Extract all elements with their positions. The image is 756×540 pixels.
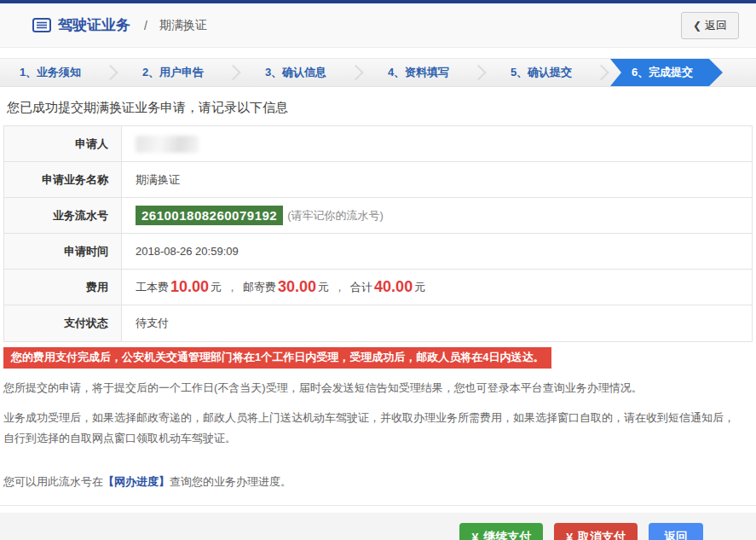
continue-payment-label: 继续支付 — [483, 530, 531, 540]
table-row-apply-time: 申请时间 2018-08-26 20:59:09 — [4, 234, 752, 270]
fee-unit: 元 — [211, 280, 222, 295]
breadcrumb-separator: / — [144, 19, 147, 32]
apply-time-value: 2018-08-26 20:59:09 — [122, 234, 752, 269]
back-button-label: 返回 — [705, 18, 727, 33]
payment-status-label: 支付状态 — [4, 305, 122, 341]
step-wizard-bar: 1、业务须知 2、用户申告 3、确认信息 4、资料填写 5、确认提交 6、完成提… — [0, 58, 756, 87]
fee-separator: ， — [227, 280, 238, 295]
serial-number-badge: 261001808260079192 — [136, 206, 283, 225]
table-row-business-name: 申请业务名称 期满换证 — [4, 162, 752, 198]
cancel-payment-button[interactable]: ¥ 取消支付 — [554, 523, 638, 540]
progress-link-text: 【网办进度】 — [103, 475, 170, 488]
form-list-icon — [32, 18, 51, 32]
table-row-serial-number: 业务流水号 261001808260079192 (请牢记你的流水号) — [4, 198, 752, 234]
step-4-fill-data[interactable]: 4、资料填写 — [368, 59, 469, 86]
application-info-table: 申请人 申请业务名称 期满换证 业务流水号 261001808260079192… — [3, 125, 753, 342]
continue-payment-button[interactable]: ¥ 继续支付 — [459, 523, 543, 540]
payment-notice-banner: 您的费用支付完成后，公安机关交通管理部门将在1个工作日内受理，受理成功后，邮政人… — [3, 347, 551, 369]
fee-unit: 元 — [318, 280, 329, 295]
footer-back-label: 返回 — [664, 530, 688, 540]
notice-paragraph-2: 业务成功受理后，如果选择邮政寄递的，邮政人员将上门送达机动车驾驶证，并收取办理业… — [3, 408, 736, 449]
notice-paragraph-1: 您所提交的申请，将于提交后的一个工作日(不含当天)受理，届时会发送短信告知受理结… — [3, 378, 736, 398]
step-5-confirm-submit[interactable]: 5、确认提交 — [491, 59, 592, 86]
progress-hint-prefix: 您可以用此流水号在 — [3, 475, 103, 488]
yen-icon: ¥ — [566, 531, 573, 540]
step-separator-chevron-icon — [592, 59, 614, 86]
step-separator-chevron-icon — [101, 59, 123, 86]
fee-item2-label: 邮寄费 — [243, 280, 276, 295]
progress-hint-suffix: 查询您的业务办理进度。 — [170, 475, 291, 488]
serial-number-label: 业务流水号 — [4, 198, 122, 233]
chevron-left-icon: ❮ — [693, 20, 701, 32]
step-separator-chevron-icon — [223, 59, 245, 86]
step-separator-chevron-icon — [469, 59, 491, 86]
table-row-applicant: 申请人 — [4, 126, 752, 162]
fee-item1-label: 工本费 — [136, 280, 169, 295]
applicant-label: 申请人 — [4, 126, 122, 161]
fee-unit: 元 — [414, 280, 425, 295]
business-name-label: 申请业务名称 — [4, 162, 122, 197]
payment-status-value: 待支付 — [122, 305, 752, 341]
step-3-confirm-info[interactable]: 3、确认信息 — [245, 59, 346, 86]
fee-total-label: 合计 — [350, 280, 372, 295]
footer-action-bar: ¥ 继续支付 ¥ 取消支付 返回 — [0, 513, 756, 540]
applicant-name-redacted — [136, 136, 199, 153]
table-row-payment-status: 支付状态 待支付 — [4, 305, 752, 341]
serial-number-note: (请牢记你的流水号) — [287, 208, 384, 224]
business-name-value: 期满换证 — [122, 162, 752, 197]
fee-total-amount: 40.00 — [374, 278, 413, 296]
step-2-declaration[interactable]: 2、用户申告 — [123, 59, 223, 86]
cancel-payment-label: 取消支付 — [578, 530, 626, 540]
apply-time-label: 申请时间 — [4, 234, 122, 269]
success-message: 您已成功提交期满换证业务申请，请记录以下信息 — [0, 87, 756, 125]
page-header: 驾驶证业务 / 期满换证 ❮ 返回 — [0, 3, 756, 48]
fee-item2-amount: 30.00 — [278, 278, 316, 296]
table-row-fee: 费用 工本费 10.00 元 ， 邮寄费 30.00 元 ， 合计 40.00 … — [4, 270, 752, 305]
fee-label: 费用 — [4, 270, 122, 305]
fee-value: 工本费 10.00 元 ， 邮寄费 30.00 元 ， 合计 40.00 元 — [122, 270, 752, 305]
step-separator-chevron-icon — [346, 59, 368, 86]
footer-divider — [0, 505, 756, 506]
breadcrumb-current: 期满换证 — [159, 18, 207, 33]
header-back-button[interactable]: ❮ 返回 — [681, 12, 739, 39]
footer-back-button[interactable]: 返回 — [649, 523, 703, 540]
yen-icon: ¥ — [471, 531, 478, 540]
breadcrumb-root[interactable]: 驾驶证业务 — [58, 15, 130, 35]
step-1-notice[interactable]: 1、业务须知 — [0, 59, 101, 86]
progress-hint-paragraph: 您可以用此流水号在【网办进度】查询您的业务办理进度。 — [3, 472, 736, 492]
step-6-complete-active[interactable]: 6、完成提交 — [610, 59, 723, 86]
fee-item1-amount: 10.00 — [170, 278, 209, 296]
breadcrumb: 驾驶证业务 / 期满换证 — [32, 15, 207, 35]
fee-separator: ， — [334, 280, 345, 295]
